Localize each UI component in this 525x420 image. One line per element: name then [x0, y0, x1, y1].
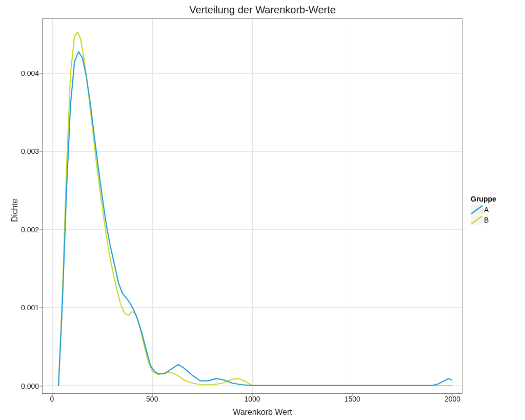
y-tick-label: 0.002 — [3, 226, 39, 234]
series-A — [58, 52, 452, 386]
legend-title: Gruppe — [471, 195, 496, 203]
y-tick-label: 0.004 — [3, 69, 39, 77]
series-group — [58, 32, 452, 386]
series-B — [58, 32, 452, 386]
x-tick-label: 500 — [146, 395, 158, 403]
chart-title: Verteilung der Warenkorb-Werte — [0, 4, 525, 16]
legend: Gruppe AB — [471, 195, 496, 226]
legend-label: A — [484, 206, 489, 214]
x-tick-label: 0 — [50, 395, 54, 403]
legend-label: B — [484, 216, 489, 224]
x-axis-label: Warenkorb Wert — [0, 408, 525, 417]
y-tick-label: 0.003 — [3, 147, 39, 155]
legend-key-icon — [471, 215, 483, 225]
y-axis-label: Dichte — [10, 198, 19, 222]
plot-area — [42, 18, 462, 394]
x-tick-label: 2000 — [445, 395, 460, 403]
chart-container: Verteilung der Warenkorb-Werte Dichte Wa… — [0, 0, 525, 420]
y-tick-label: 0.000 — [3, 382, 39, 390]
legend-item-B: B — [471, 215, 496, 225]
legend-item-A: A — [471, 205, 496, 214]
gridlines — [43, 19, 462, 393]
x-tick-label: 1000 — [244, 395, 260, 403]
legend-key-icon — [471, 205, 483, 214]
y-tick-label: 0.001 — [3, 304, 39, 312]
x-tick-label: 1500 — [345, 395, 360, 403]
